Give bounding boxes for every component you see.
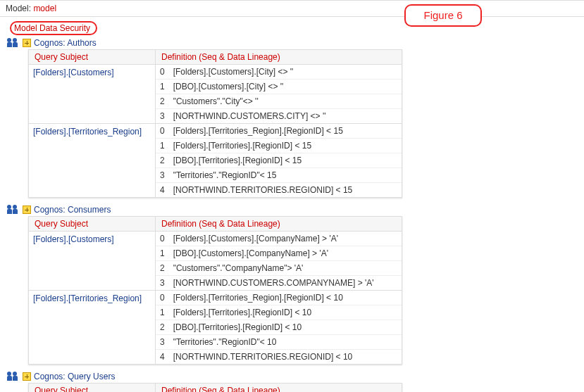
definition-list: 0[Folders].[Customers].[CompanyName] > '… [156,232,402,290]
security-table: Query SubjectDefinition (Seq & Data Line… [28,216,402,365]
group-name: Cognos: Query Users [34,372,115,381]
col-definition: Definition (Seq & Data Lineage) [156,50,402,65]
col-definition: Definition (Seq & Data Lineage) [156,217,402,232]
expand-icon[interactable] [23,39,31,47]
expand-icon[interactable] [23,372,31,381]
definition-row: 0[Folders].[Territories_Region].[RegionI… [156,291,402,305]
definition-row: 3[NORTHWIND.CUSTOMERS.COMPANYNAME] > 'A' [156,276,402,291]
definition-index: 3 [156,335,169,350]
definition-index: 0 [156,291,169,305]
definition-index: 2 [156,153,169,168]
section-title: Model Data Security [14,23,90,33]
definition-row: 1[Folders].[Territories].[RegionID] < 10 [156,305,402,320]
query-subject-name[interactable]: [Folders].[Customers] [29,232,155,247]
definition-text: [Folders].[Territories_Region].[RegionID… [169,124,402,139]
group-header[interactable]: Cognos: Consumers [7,205,584,215]
definition-index: 3 [156,168,169,183]
security-group: Cognos: AuthorsQuery SubjectDefinition (… [20,38,584,198]
definition-row: 2"Customers"."CompanyName"> 'A' [156,261,402,276]
definition-row: 2[DBO].[Territories].[RegionID] < 10 [156,320,402,335]
group-icon [7,205,20,215]
table-row: [Folders].[Customers]0[Folders].[Custome… [29,232,402,291]
definition-list: 0[Folders].[Territories_Region].[RegionI… [156,291,402,364]
group-header[interactable]: Cognos: Authors [7,38,584,48]
query-subject-name[interactable]: [Folders].[Territories_Region] [29,124,155,139]
definition-index: 1 [156,139,169,153]
definition-text: [NORTHWIND.TERRITORIES.REGIONID] < 15 [169,183,402,198]
col-definition: Definition (Seq & Data Lineage) [156,384,402,393]
group-icon [7,372,20,381]
table-row: [Folders].[Territories_Region]0[Folders]… [29,124,402,198]
definition-text: "Customers"."CompanyName"> 'A' [169,261,402,276]
definition-row: 1[DBO].[Customers].[CompanyName] > 'A' [156,246,402,261]
definition-text: [Folders].[Customers].[City] <> '' [169,65,402,80]
definition-text: [Folders].[Territories].[RegionID] < 10 [169,305,402,320]
definition-text: [NORTHWIND.TERRITORIES.REGIONID] < 10 [169,350,402,365]
definition-row: 2"Customers"."City"<> '' [156,94,402,109]
definition-row: 0[Folders].[Territories_Region].[RegionI… [156,124,402,139]
definition-text: [NORTHWIND.CUSTOMERS.CITY] <> '' [169,109,402,124]
definition-row: 3[NORTHWIND.CUSTOMERS.CITY] <> '' [156,109,402,124]
definition-row: 4[NORTHWIND.TERRITORIES.REGIONID] < 15 [156,183,402,198]
table-row: [Folders].[Customers]0[Folders].[Custome… [29,65,402,124]
definition-text: [Folders].[Customers].[CompanyName] > 'A… [169,232,402,246]
definition-index: 2 [156,94,169,109]
expand-icon[interactable] [23,206,31,214]
definition-row: 3"Territories"."RegionID"< 10 [156,335,402,350]
security-table: Query SubjectDefinition (Seq & Data Line… [28,49,402,198]
query-subject-name[interactable]: [Folders].[Customers] [29,65,155,80]
model-label: Model: [6,4,31,13]
definition-index: 4 [156,350,169,365]
definition-text: [DBO].[Territories].[RegionID] < 10 [169,320,402,335]
group-name: Cognos: Authors [34,38,97,48]
definition-index: 0 [156,65,169,80]
definition-index: 3 [156,109,169,124]
definition-text: [DBO].[Customers].[CompanyName] > 'A' [169,246,402,261]
definition-index: 3 [156,276,169,291]
col-query-subject: Query Subject [29,384,156,393]
definition-index: 0 [156,232,169,246]
security-table: Query SubjectDefinition (Seq & Data Line… [28,383,402,392]
definition-row: 1[Folders].[Territories].[RegionID] < 15 [156,139,402,153]
definition-index: 0 [156,124,169,139]
query-subject-name[interactable]: [Folders].[Territories_Region] [29,291,155,306]
group-icon [7,38,20,48]
definition-row: 0[Folders].[Customers].[City] <> '' [156,65,402,80]
definition-index: 1 [156,80,169,94]
definition-row: 3"Territories"."RegionID"< 15 [156,168,402,183]
definition-row: 4[NORTHWIND.TERRITORIES.REGIONID] < 10 [156,350,402,365]
definition-index: 2 [156,261,169,276]
definition-text: "Territories"."RegionID"< 15 [169,168,402,183]
definition-row: 0[Folders].[Customers].[CompanyName] > '… [156,232,402,246]
definition-list: 0[Folders].[Territories_Region].[RegionI… [156,124,402,197]
definition-row: 1[DBO].[Customers].[City] <> '' [156,80,402,94]
security-group: Cognos: ConsumersQuery SubjectDefinition… [20,205,584,365]
security-group: Cognos: Query UsersQuery SubjectDefiniti… [20,372,584,392]
definition-text: "Customers"."City"<> '' [169,94,402,109]
group-name: Cognos: Consumers [34,205,111,215]
definition-text: [DBO].[Customers].[City] <> '' [169,80,402,94]
definition-list: 0[Folders].[Customers].[City] <> ''1[DBO… [156,65,402,123]
definition-index: 1 [156,246,169,261]
definition-text: "Territories"."RegionID"< 10 [169,335,402,350]
definition-text: [Folders].[Territories].[RegionID] < 15 [169,139,402,153]
model-value: model [33,4,56,13]
definition-row: 2[DBO].[Territories].[RegionID] < 15 [156,153,402,168]
col-query-subject: Query Subject [29,50,156,65]
definition-index: 2 [156,320,169,335]
section-title-highlight: Model Data Security [10,21,97,35]
col-query-subject: Query Subject [29,217,156,232]
definition-index: 1 [156,305,169,320]
table-row: [Folders].[Territories_Region]0[Folders]… [29,291,402,365]
definition-text: [DBO].[Territories].[RegionID] < 15 [169,153,402,168]
model-row: Model: model [0,1,584,17]
definition-text: [NORTHWIND.CUSTOMERS.COMPANYNAME] > 'A' [169,276,402,291]
group-header[interactable]: Cognos: Query Users [7,372,584,381]
definition-text: [Folders].[Territories_Region].[RegionID… [169,291,402,305]
definition-index: 4 [156,183,169,198]
